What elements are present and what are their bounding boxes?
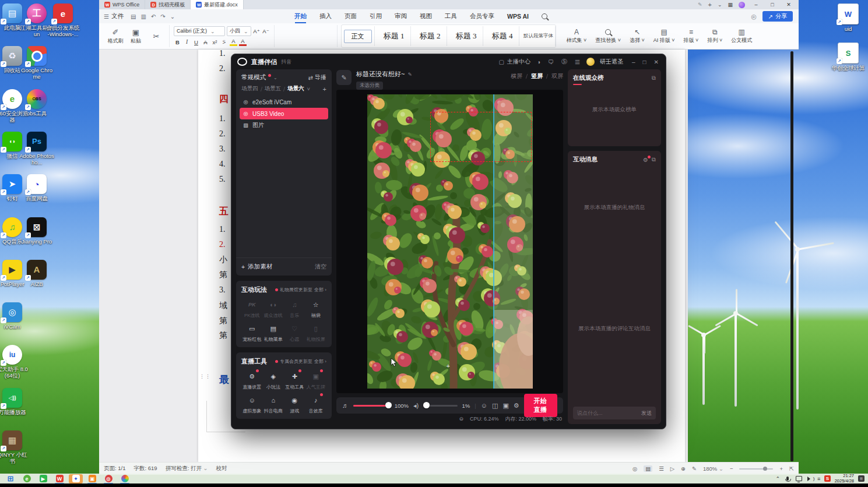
feature-礼物菜单[interactable]: ▤礼物菜单: [263, 323, 284, 343]
eye-protect-icon[interactable]: ◎: [632, 465, 637, 472]
screen-mode-横屏[interactable]: 横屏: [511, 72, 522, 80]
tray-expand-icon[interactable]: ⌃: [775, 476, 780, 482]
italic-button[interactable]: I: [183, 39, 191, 45]
feature-福袋[interactable]: ☆福袋: [305, 299, 327, 319]
wps-app-tab[interactable]: WWPS Office: [99, 0, 145, 9]
tray-ime-icon[interactable]: ≡: [817, 476, 820, 482]
increase-font-icon[interactable]: A⁺: [253, 28, 261, 34]
share-button[interactable]: ↗分享: [762, 11, 793, 22]
popout-icon[interactable]: ⧉: [652, 75, 656, 82]
play-view-icon[interactable]: ▷: [670, 465, 674, 472]
taskbar-douyin-tool[interactable]: ▣: [85, 474, 99, 484]
feature-抖音电商[interactable]: ⌂抖音电商: [263, 394, 284, 414]
mirror-flip-icon[interactable]: ◫: [492, 402, 498, 410]
live-close-button[interactable]: ✕: [653, 59, 660, 65]
message-settings-gear-icon[interactable]: ⚙: [643, 157, 648, 163]
zoom-out-button[interactable]: −: [730, 465, 733, 472]
viewers-tab[interactable]: 在线观众榜: [573, 74, 604, 82]
feature-人气王牌[interactable]: ▣人气王牌: [305, 370, 327, 390]
source-item[interactable]: ▨图片: [240, 119, 328, 131]
taskbar-media-wheel[interactable]: [118, 474, 132, 484]
proofread-button[interactable]: 校对: [216, 465, 227, 472]
feature-音效库[interactable]: ♪音效库: [305, 394, 327, 414]
ribbon-tool-公文模式[interactable]: ▥公文模式: [728, 28, 755, 44]
wps-close-button[interactable]: ✕: [783, 2, 794, 8]
style-cell-4[interactable]: 标题 4: [486, 26, 519, 46]
desktop-icon-chrome[interactable]: ↗Google Chrome: [19, 46, 54, 80]
desktop-icon-green-player[interactable]: ◁))↗万能播放器: [0, 388, 30, 415]
style-cell-5[interactable]: 默认段落字体: [522, 26, 556, 46]
more-commands-icon[interactable]: ⌄: [168, 13, 177, 20]
tray-clock[interactable]: 21:27 2025/4/28: [835, 474, 854, 484]
send-button[interactable]: 发送: [641, 410, 652, 417]
desktop-icon-ivcam[interactable]: ◎↗iVCam: [0, 302, 30, 330]
tray-microphone-icon[interactable]: [784, 475, 791, 482]
edit-pencil-icon[interactable]: ✎: [407, 72, 412, 77]
speaker-volume-slider[interactable]: [423, 405, 457, 407]
anchor-center-button[interactable]: ▢主播中心: [498, 58, 530, 66]
ribbon-tool-选择[interactable]: ↖选择 ˅: [627, 28, 648, 44]
ribbon-tool-排版[interactable]: ≡排版 ˅: [681, 28, 702, 44]
menu-tab-插入[interactable]: 插入: [313, 9, 338, 23]
user-avatar[interactable]: [739, 2, 745, 8]
desktop-icon-obs-tool[interactable]: OBS↗obs工具: [19, 89, 54, 117]
font-size-select[interactable]: 小四⌄: [227, 26, 251, 36]
see-all-link[interactable]: 全部 ›: [314, 358, 326, 365]
camera-icon[interactable]: ▣: [502, 402, 508, 410]
scene-tab-场景六[interactable]: 场景六: [287, 85, 304, 93]
fullscreen-icon[interactable]: ⇱: [789, 465, 794, 472]
help-icon[interactable]: Ⓢ: [560, 58, 568, 66]
live-minimize-button[interactable]: –: [631, 59, 637, 65]
menu-icon[interactable]: ☰: [574, 59, 581, 65]
mic-volume-slider[interactable]: [353, 405, 390, 407]
desktop-icon-excel-doc[interactable]: S↗华创全球计算: [831, 43, 866, 71]
desktop-icon-hongtian[interactable]: iu↗宏天助手 8.0(64位): [0, 345, 30, 379]
ribbon-tool-样式集[interactable]: A样式集 ˅: [564, 28, 590, 44]
stream-preview[interactable]: +: [336, 90, 563, 393]
tray-network-icon[interactable]: [795, 475, 802, 482]
menu-tab-工具[interactable]: 工具: [438, 9, 463, 23]
menu-tab-会员专享[interactable]: 会员专享: [463, 9, 501, 23]
cut-button[interactable]: ✂: [147, 32, 165, 41]
live-maximize-button[interactable]: □: [642, 59, 648, 65]
stream-title[interactable]: 标题还没有想好~: [356, 70, 405, 79]
add-material-button[interactable]: +添加素材: [241, 263, 272, 271]
desktop-icon-photoshop[interactable]: Ps↗Adobe Photosho...: [19, 132, 54, 165]
feature-互动工具[interactable]: ✚互动工具: [284, 370, 305, 390]
notification-center-icon[interactable]: ☰: [858, 475, 865, 482]
menu-tab-视图[interactable]: 视图: [413, 9, 438, 23]
web-view-icon[interactable]: ⊕: [681, 465, 686, 472]
desktop-icon-member-system[interactable]: e↗会员分发系统 -Windows-...: [45, 3, 80, 37]
theme-toggle-icon[interactable]: ◑: [536, 59, 542, 65]
section-notice[interactable]: 礼物展馆更新至全部 ›: [275, 287, 326, 293]
superscript-button[interactable]: x²: [211, 39, 219, 45]
mode-selector[interactable]: 常规模式: [241, 73, 266, 82]
wps-app-tab[interactable]: D找稻壳模板: [145, 0, 191, 9]
outline-view-icon[interactable]: ☰: [659, 465, 664, 472]
taskbar-wps[interactable]: W: [52, 474, 66, 484]
style-cell-2[interactable]: 标题 2: [414, 26, 447, 46]
zoom-in-button[interactable]: +: [779, 465, 783, 472]
redo-icon[interactable]: ↷: [158, 13, 167, 20]
edit-mode-icon[interactable]: ✎: [692, 465, 697, 472]
print-icon[interactable]: ▥: [138, 13, 148, 20]
feature-直播设置[interactable]: ⚙直播设置: [241, 370, 263, 390]
feature-观众连线[interactable]: ◖◗观众连线: [263, 299, 284, 319]
page-view-icon[interactable]: ▤: [644, 465, 652, 472]
wps-maximize-button[interactable]: □: [767, 2, 778, 8]
clear-sources-button[interactable]: 清空: [315, 263, 326, 271]
taskbar-video-tool[interactable]: ▶: [36, 474, 50, 484]
screen-mode-双屏[interactable]: 双屏: [551, 72, 563, 80]
desktop-icon-jianying[interactable]: ⊠↗Jianying Pro: [19, 217, 54, 245]
highlight-button[interactable]: A: [230, 38, 237, 46]
screen-mode-竖屏[interactable]: 竖屏: [531, 72, 543, 80]
workspace-grid-icon[interactable]: ▦: [728, 2, 733, 8]
feature-游戏[interactable]: ◉游戏: [284, 394, 305, 414]
menu-tab-审阅[interactable]: 审阅: [388, 9, 413, 23]
spellcheck-status[interactable]: 拼写检查: 打开 ⌄: [166, 465, 208, 472]
beauty-filter-icon[interactable]: ☺: [481, 402, 487, 409]
taskbar-obs[interactable]: ◍: [101, 474, 115, 484]
wordart-button[interactable]: ⍩: [220, 38, 228, 45]
format-painter-button[interactable]: ✐格式刷: [107, 28, 124, 45]
ribbon-tool-AI 排版[interactable]: ▤AI 排版 ˅: [651, 28, 678, 44]
